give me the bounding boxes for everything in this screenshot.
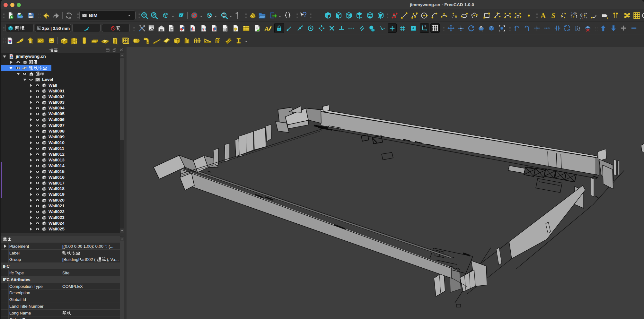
svg-text:1.00: 1.00 — [580, 13, 583, 19]
svg-text:X: X — [425, 25, 426, 27]
svg-text:1.00: 1.00 — [571, 12, 577, 15]
svg-text:Y: Y — [422, 27, 423, 29]
svg-text:S: S — [551, 12, 556, 20]
svg-text:A: A — [541, 12, 546, 20]
svg-text:3: 3 — [517, 15, 519, 18]
